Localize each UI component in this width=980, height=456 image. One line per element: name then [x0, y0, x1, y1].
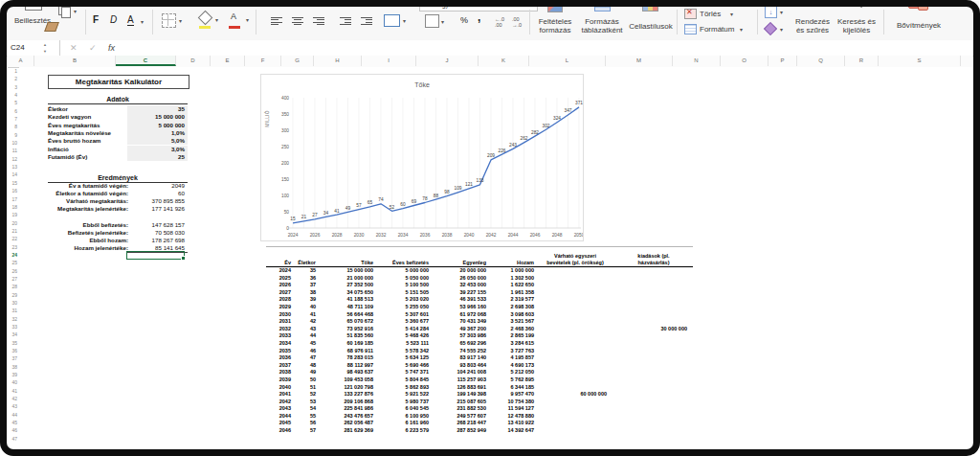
row-header-29[interactable]: 29 [8, 291, 19, 299]
cancel-icon[interactable]: ✕ [70, 40, 78, 56]
addins-button[interactable]: Bővítmények [889, 1, 948, 39]
row-header-23[interactable]: 23 [8, 243, 19, 251]
row-header-46[interactable]: 46 [8, 426, 19, 434]
increase-decimal-button[interactable]: ←.0.00 [495, 16, 504, 28]
row-header-30[interactable]: 30 [8, 299, 19, 307]
column-header-K[interactable]: K [479, 56, 529, 66]
align-left-button[interactable] [271, 15, 282, 27]
row-header-21[interactable]: 21 [8, 227, 19, 235]
table-row[interactable]: 204556262 056 4876 161 960268 218 44713 … [266, 420, 693, 427]
row-header-19[interactable]: 19 [8, 211, 19, 218]
row-header-14[interactable]: 14 [8, 171, 19, 178]
column-header-D[interactable]: D [176, 56, 211, 66]
selected-cell-c24[interactable] [126, 251, 185, 260]
input-value[interactable]: 5 000 000 [127, 122, 188, 129]
name-box-stepper[interactable]: ▲▼ [43, 41, 47, 55]
row-header-45[interactable]: 45 [8, 419, 19, 426]
capital-chart[interactable]: 0501001502002503003504002024202620282030… [260, 74, 584, 241]
row-gutter[interactable]: 1234567891011121314151617181920212223242… [8, 67, 19, 448]
decrease-decimal-button[interactable]: .00→.0 [512, 16, 522, 28]
row-header-17[interactable]: 17 [8, 195, 19, 203]
row-header-36[interactable]: 36 [8, 347, 19, 354]
fill-color-button[interactable]: ▾ [198, 12, 227, 32]
row-header-7[interactable]: 7 [8, 115, 19, 123]
row-header-15[interactable]: 15 [8, 179, 19, 187]
fill-handle[interactable] [181, 256, 186, 261]
row-header-4[interactable]: 4 [8, 91, 19, 99]
table-row[interactable]: 20314265 070 6725 360 67770 431 3493 521… [266, 318, 693, 326]
column-header-R[interactable]: R [845, 56, 879, 66]
column-header-A[interactable]: A [8, 56, 34, 66]
delete-button[interactable]: ✕ Törlés ▾ [684, 8, 747, 20]
copy-button[interactable]: ▾ [58, 4, 79, 17]
table-row[interactable]: 20294048 711 1095 255 05053 966 1602 698… [266, 304, 693, 311]
borders-button[interactable]: ▾ [162, 13, 190, 29]
row-header-11[interactable]: 11 [8, 147, 19, 154]
table-row[interactable]: 20364778 283 0155 634 12583 917 1404 195… [266, 354, 693, 362]
table-row[interactable]: 20253621 000 0005 050 00026 050 0001 302… [266, 275, 693, 283]
table-row[interactable]: 20334451 835 5605 468 42657 303 9862 865… [266, 332, 693, 340]
row-header-27[interactable]: 27 [8, 275, 19, 283]
row-header-24[interactable]: 24 [8, 251, 19, 259]
column-header-J[interactable]: J [416, 56, 479, 66]
enter-icon[interactable]: ✓ [89, 40, 97, 56]
row-header-10[interactable]: 10 [8, 139, 19, 147]
chevron-down-icon[interactable]: ▾ [141, 18, 144, 25]
row-header-13[interactable]: 13 [8, 163, 19, 171]
italic-button[interactable]: D [110, 14, 117, 25]
cell-styles-button[interactable]: Cellastílusok [627, 1, 675, 39]
decrease-indent-button[interactable] [340, 15, 351, 27]
table-row[interactable]: 204354225 841 9866 040 545231 882 53011 … [266, 405, 693, 413]
row-header-8[interactable]: 8 [8, 123, 19, 130]
fill-button[interactable]: ↓ ▾ [765, 6, 790, 19]
font-color-button[interactable]: A ▾ [229, 11, 257, 31]
row-header-5[interactable]: 5 [8, 99, 19, 106]
input-value[interactable]: 5,0% [127, 137, 188, 145]
table-row[interactable]: 20273834 075 6505 151 50539 227 1551 961… [266, 289, 693, 297]
column-header-N[interactable]: N [673, 56, 721, 66]
table-row[interactable]: 204657281 629 3696 223 579287 852 94914 … [266, 427, 693, 435]
fx-icon[interactable]: fx [108, 40, 115, 56]
row-header-31[interactable]: 31 [8, 307, 19, 314]
bold-button[interactable]: F [93, 14, 99, 25]
row-header-39[interactable]: 39 [8, 371, 19, 378]
row-header-43[interactable]: 43 [8, 402, 19, 410]
row-header-16[interactable]: 16 [8, 187, 19, 194]
row-header-47[interactable]: 47 [8, 435, 19, 443]
row-header-40[interactable]: 40 [8, 378, 19, 386]
table-row[interactable]: 203950109 453 0585 804 845115 257 9035 7… [266, 376, 693, 384]
merge-center-button[interactable]: ▾ [384, 13, 412, 29]
row-header-28[interactable]: 28 [8, 283, 19, 290]
row-header-2[interactable]: 2 [8, 75, 19, 82]
column-header-M[interactable]: M [606, 56, 673, 66]
input-value[interactable]: 1,0% [127, 129, 188, 137]
table-row[interactable]: 204455243 476 6576 100 950249 577 60712 … [266, 413, 693, 421]
paste-button[interactable]: Beillesztés [8, 1, 57, 39]
input-value[interactable]: 35 [127, 105, 188, 113]
table-row[interactable]: 204253209 106 8685 980 737215 087 60510 … [266, 399, 693, 406]
row-header-34[interactable]: 34 [8, 331, 19, 338]
row-header-6[interactable]: 6 [8, 107, 19, 115]
format-button[interactable]: Formátum ▾ [684, 23, 753, 35]
formula-input[interactable] [125, 40, 975, 56]
comma-style-button[interactable]: , [478, 11, 480, 24]
row-header-18[interactable]: 18 [8, 203, 19, 211]
table-row[interactable]: 20374888 112 9975 690 46693 803 4644 690… [266, 362, 693, 370]
row-header-22[interactable]: 22 [8, 235, 19, 242]
row-header-1[interactable]: 1 [8, 67, 19, 75]
clear-button[interactable]: ▾ [765, 23, 790, 36]
row-header-3[interactable]: 3 [8, 83, 19, 91]
input-value[interactable]: 25 [127, 153, 188, 161]
row-header-38[interactable]: 38 [8, 363, 19, 371]
table-row[interactable]: 20263727 352 5005 100 50032 453 0001 622… [266, 282, 693, 289]
increase-indent-button[interactable] [361, 15, 372, 27]
table-row[interactable]: 20354668 976 9115 578 34274 555 2523 727… [266, 348, 693, 355]
table-row[interactable]: 20304156 664 4685 307 60161 972 0683 098… [266, 311, 693, 319]
column-header-G[interactable]: G [281, 56, 314, 66]
row-header-32[interactable]: 32 [8, 315, 19, 323]
column-header-O[interactable]: O [721, 56, 768, 66]
table-row[interactable]: 20344560 169 1855 523 11165 692 2963 284… [266, 340, 693, 348]
table-row[interactable]: 20243515 000 0005 000 00020 000 0001 000… [266, 267, 693, 275]
input-value[interactable]: 3,0% [127, 146, 188, 153]
input-value[interactable]: 15 000 000 [127, 113, 188, 121]
